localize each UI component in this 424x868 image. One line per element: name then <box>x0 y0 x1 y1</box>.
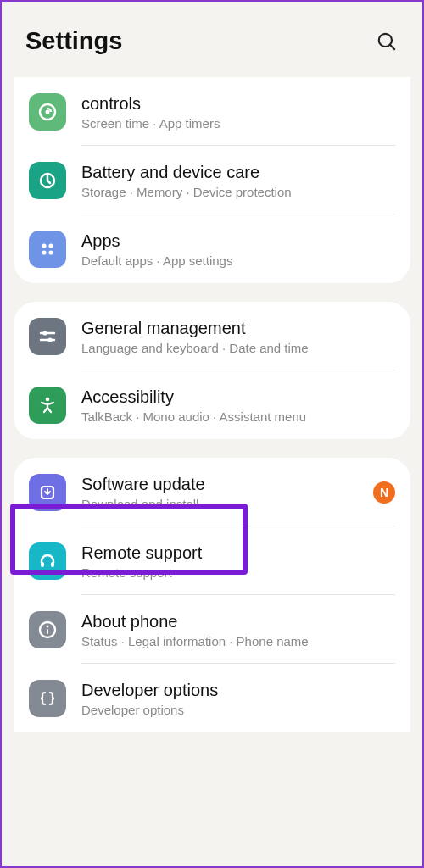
care-icon <box>29 162 66 199</box>
svg-point-10 <box>42 331 47 335</box>
svg-point-6 <box>48 243 53 248</box>
item-text: About phone Status · Legal information ·… <box>81 610 395 648</box>
sliders-icon <box>29 318 66 355</box>
svg-point-8 <box>48 250 53 254</box>
svg-point-18 <box>47 625 49 627</box>
search-button[interactable] <box>375 30 399 53</box>
svg-point-13 <box>46 397 50 401</box>
item-title: Software update <box>81 473 365 495</box>
svg-point-5 <box>42 243 46 248</box>
item-title: controls <box>81 92 395 114</box>
info-icon <box>29 611 66 648</box>
svg-point-0 <box>379 33 392 46</box>
settings-group-system: Software update Download and install N R… <box>14 458 410 732</box>
item-sub: Screen time · App timers <box>81 116 395 131</box>
item-text: Accessibility TalkBack · Mono audio · As… <box>81 386 395 424</box>
update-icon <box>29 474 66 511</box>
settings-item-apps[interactable]: Apps Default apps · App settings <box>14 214 410 283</box>
svg-rect-15 <box>41 562 44 567</box>
item-sub: Default apps · App settings <box>81 253 395 268</box>
settings-item-accessibility[interactable]: Accessibility TalkBack · Mono audio · As… <box>14 370 410 439</box>
svg-point-12 <box>47 337 52 342</box>
item-title: Remote support <box>81 542 395 564</box>
settings-item-developer-options[interactable]: Developer options Developer options <box>14 664 410 732</box>
svg-rect-19 <box>47 629 48 634</box>
settings-item-battery[interactable]: Battery and device care Storage · Memory… <box>14 146 410 214</box>
settings-group-device: controls Screen time · App timers Batter… <box>14 77 410 283</box>
item-sub: Language and keyboard · Date and time <box>81 341 395 355</box>
page-title: Settings <box>25 27 122 55</box>
item-text: Developer options Developer options <box>81 679 395 717</box>
apps-icon <box>29 231 66 268</box>
item-text: Battery and device care Storage · Memory… <box>81 161 395 199</box>
svg-line-1 <box>390 44 395 49</box>
svg-point-3 <box>46 109 50 114</box>
settings-group-general: General management Language and keyboard… <box>14 302 410 439</box>
item-title: General management <box>81 317 395 339</box>
accessibility-icon <box>29 387 66 424</box>
header: Settings <box>2 2 422 77</box>
headset-icon <box>29 542 66 580</box>
settings-item-remote-support[interactable]: Remote support Remote support <box>14 526 410 595</box>
item-title: Battery and device care <box>81 161 395 183</box>
settings-item-controls[interactable]: controls Screen time · App timers <box>14 77 410 146</box>
new-badge: N <box>373 481 395 504</box>
svg-point-7 <box>42 250 46 254</box>
item-sub: Storage · Memory · Device protection <box>81 185 395 199</box>
item-text: Apps Default apps · App settings <box>81 230 395 268</box>
settings-item-about-phone[interactable]: About phone Status · Legal information ·… <box>14 595 410 664</box>
item-title: Accessibility <box>81 386 395 408</box>
item-sub: Developer options <box>81 703 395 717</box>
item-sub: Status · Legal information · Phone name <box>81 634 395 648</box>
svg-rect-16 <box>51 562 54 567</box>
braces-icon <box>29 680 66 717</box>
item-sub: TalkBack · Mono audio · Assistant menu <box>81 409 395 424</box>
item-title: About phone <box>81 610 395 632</box>
item-text: General management Language and keyboard… <box>81 317 395 355</box>
item-text: Remote support Remote support <box>81 542 395 580</box>
item-text: controls Screen time · App timers <box>81 92 395 131</box>
item-sub: Remote support <box>81 565 395 580</box>
search-icon <box>376 31 398 53</box>
item-title: Developer options <box>81 679 395 701</box>
item-sub: Download and install <box>81 497 365 511</box>
settings-item-general-management[interactable]: General management Language and keyboard… <box>14 302 410 370</box>
wellbeing-icon <box>29 93 66 131</box>
item-title: Apps <box>81 230 395 252</box>
item-text: Software update Download and install <box>81 473 365 511</box>
settings-item-software-update[interactable]: Software update Download and install N <box>14 458 410 526</box>
